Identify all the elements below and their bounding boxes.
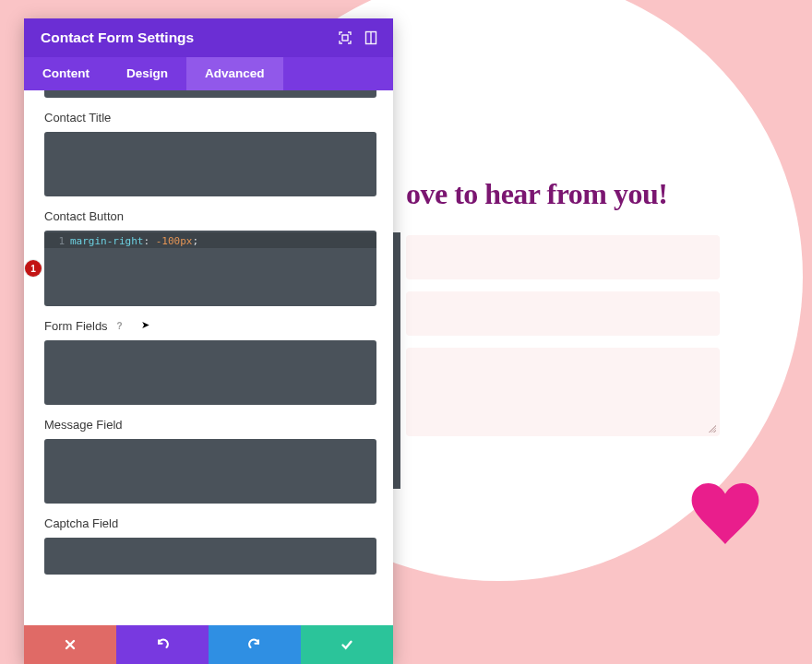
code-line-1: 1 margin-right : -100px ;: [52, 234, 198, 248]
expand-icon[interactable]: [338, 30, 352, 45]
svg-rect-0: [342, 35, 348, 41]
preview-email-field[interactable]: [406, 291, 720, 336]
code-editor-form-fields[interactable]: [44, 340, 376, 405]
heart-icon: [691, 483, 759, 544]
help-icon[interactable]: ?: [113, 320, 126, 333]
cancel-button[interactable]: [24, 625, 116, 664]
token-semicolon: ;: [192, 234, 198, 248]
redo-button[interactable]: [209, 625, 301, 664]
label-form-fields: Form Fields ? ➤: [44, 319, 376, 333]
line-number: 1: [52, 234, 65, 248]
preview-message-field[interactable]: [406, 348, 720, 436]
settings-panel: Contact Form Settings Content Design Adv…: [24, 18, 393, 664]
panel-title: Contact Form Settings: [41, 30, 327, 46]
cursor-icon: ➤: [141, 319, 149, 331]
tab-content[interactable]: Content: [24, 57, 108, 90]
panel-footer: [24, 625, 393, 664]
panel-body: Contact Title Contact Button 1 margin-ri…: [24, 90, 393, 625]
code-editor-partial[interactable]: [44, 90, 376, 98]
code-editor-contact-title[interactable]: [44, 132, 376, 196]
label-contact-title: Contact Title: [44, 111, 376, 125]
preview-name-field[interactable]: [406, 235, 720, 279]
label-captcha-field: Captcha Field: [44, 516, 376, 530]
undo-button[interactable]: [116, 625, 209, 664]
panel-header: Contact Form Settings Content Design Adv…: [24, 18, 393, 90]
label-message-field: Message Field: [44, 418, 376, 432]
tabs: Content Design Advanced: [24, 57, 393, 90]
tab-advanced[interactable]: Advanced: [186, 57, 283, 90]
tab-design[interactable]: Design: [108, 57, 186, 90]
token-property: margin-right: [70, 234, 143, 248]
label-form-fields-text: Form Fields: [44, 319, 108, 333]
code-editor-contact-button[interactable]: 1 margin-right : -100px ;: [44, 231, 376, 306]
token-colon: :: [143, 234, 155, 248]
code-editor-message-field[interactable]: [44, 439, 376, 504]
code-editor-captcha-field[interactable]: [44, 538, 376, 575]
token-value: -100px: [156, 234, 193, 248]
save-button[interactable]: [301, 625, 393, 664]
label-contact-button: Contact Button: [44, 209, 376, 223]
panel-edge-shadow: [393, 232, 400, 489]
hero-heading: ove to hear from you!: [406, 177, 667, 211]
snap-icon[interactable]: [364, 30, 378, 45]
annotation-marker-1: 1: [25, 260, 42, 277]
